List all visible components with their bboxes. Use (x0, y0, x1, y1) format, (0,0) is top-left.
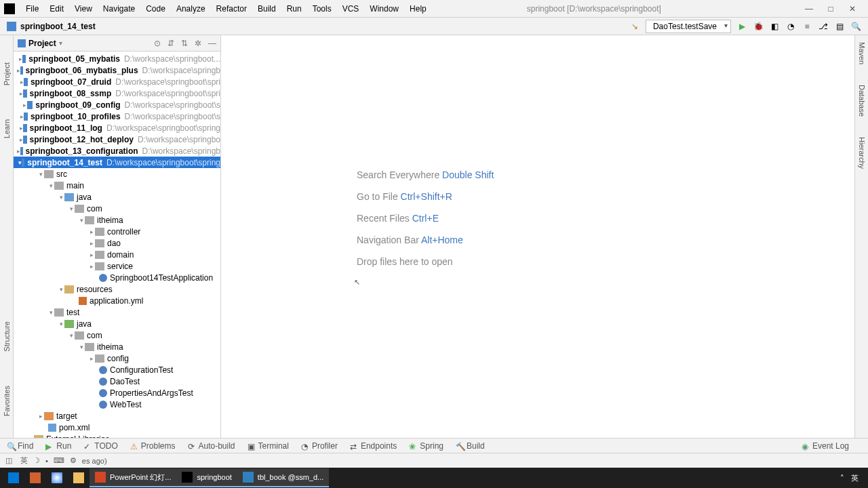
menu-file[interactable]: File (20, 1, 44, 16)
test-folder[interactable]: test (14, 306, 220, 318)
bottom-profiler[interactable]: ◔Profiler (301, 441, 338, 451)
bottom-eventlog[interactable]: ◉Event Log (802, 441, 849, 451)
module-row[interactable]: springboot_13_configurationD:\workspace\… (14, 145, 220, 157)
breadcrumb[interactable]: springboot_14_test (20, 22, 96, 31)
menu-analyze[interactable]: Analyze (171, 1, 211, 16)
dao-folder[interactable]: dao (14, 237, 220, 249)
main-folder[interactable]: main (14, 180, 220, 191)
gutter-maven[interactable]: Maven (858, 42, 866, 64)
test-java-folder[interactable]: java (14, 318, 220, 329)
module-row[interactable]: springboot_12_hot_deployD:\workspace\spr… (14, 134, 220, 145)
service-folder[interactable]: service (14, 260, 220, 272)
module-row[interactable]: springboot_07_druidD:\workspace\springbo… (14, 76, 220, 87)
gear-icon[interactable]: ⚙ (70, 456, 77, 465)
config-folder[interactable]: config (14, 352, 220, 364)
stop-button[interactable]: ■ (802, 21, 812, 32)
profile-button[interactable]: ◔ (785, 21, 796, 32)
bottom-autobuild[interactable]: ⟳Auto-build (188, 441, 235, 451)
test-com-folder[interactable]: com (14, 329, 220, 341)
tray-up-icon[interactable]: ˄ (840, 474, 844, 483)
external-libraries[interactable]: External Libraries (14, 433, 220, 438)
src-folder[interactable]: src (14, 168, 220, 180)
itheima-folder[interactable]: itheima (14, 214, 220, 226)
task-explorer[interactable] (68, 468, 90, 487)
921-folder[interactable]: com (14, 203, 220, 214)
ime-icon[interactable]: 英 (20, 455, 28, 466)
bottom-todo[interactable]: ✓TODO (83, 441, 117, 451)
run-config-selector[interactable]: DaoTest.testSave (646, 20, 731, 33)
menu-help[interactable]: Help (404, 1, 432, 16)
bottom-find[interactable]: 🔍Find (7, 441, 33, 451)
menu-edit[interactable]: Edit (44, 1, 69, 16)
module-row[interactable]: springboot_05_mybatisD:\workspace\spring… (14, 53, 220, 64)
run-button[interactable]: ▶ (736, 21, 747, 32)
git-button[interactable]: ⎇ (818, 21, 829, 32)
gutter-learn[interactable]: Learn (3, 119, 11, 138)
java-folder[interactable]: java (14, 191, 220, 203)
close-button[interactable]: ✕ (848, 4, 857, 14)
task-chrome[interactable] (46, 468, 68, 487)
gutter-database[interactable]: Database (858, 85, 866, 117)
test-class[interactable]: WebTest (14, 399, 220, 410)
structure-button[interactable]: ▤ (834, 21, 845, 32)
project-header[interactable]: Project ▾ ⊙ ⇵ ⇅ ✲ — (14, 35, 220, 52)
yml-file[interactable]: application.yml (14, 295, 220, 306)
gutter-project[interactable]: Project (3, 62, 11, 85)
editor-area[interactable]: Search Everywhere Double Shift Go to Fil… (221, 35, 854, 438)
start-button[interactable] (3, 468, 24, 487)
gutter-favorites[interactable]: Favorites (3, 386, 11, 416)
menu-build[interactable]: Build (252, 1, 281, 16)
menu-navigate[interactable]: Navigate (98, 1, 140, 16)
bottom-terminal[interactable]: ▣Terminal (248, 441, 289, 451)
module-row[interactable]: springboot_11_logD:\workspace\springboot… (14, 122, 220, 134)
module-row[interactable]: springboot_06_mybatis_plusD:\workspace\s… (14, 64, 220, 76)
debug-button[interactable]: 🐞 (753, 21, 764, 32)
menu-view[interactable]: View (69, 1, 98, 16)
bullet-icon[interactable]: • (45, 457, 48, 465)
test-class[interactable]: ConfigurationTest (14, 364, 220, 375)
minimize-button[interactable]: — (804, 4, 814, 14)
menu-run[interactable]: Run (281, 1, 307, 16)
expand-icon[interactable]: ⇵ (167, 39, 174, 48)
coverage-button[interactable]: ◧ (769, 21, 780, 32)
menu-window[interactable]: Window (364, 1, 404, 16)
keyboard-icon[interactable]: ⌨ (54, 456, 64, 465)
moon-icon[interactable]: ☽ (33, 456, 40, 465)
test-class[interactable]: DaoTest (14, 375, 220, 387)
target-folder[interactable]: target (14, 410, 220, 422)
controller-folder[interactable]: controller (14, 226, 220, 237)
task-db[interactable]: tbl_book @ssm_d... (237, 468, 329, 487)
pom-file[interactable]: pom.xml (14, 422, 220, 433)
gutter-hierarchy[interactable]: Hierarchy (858, 137, 866, 169)
build-icon[interactable]: ↘ (629, 21, 640, 32)
module-row[interactable]: springboot_08_ssmpD:\workspace\springboo… (14, 87, 220, 99)
collapse-icon[interactable]: ⇅ (181, 39, 188, 48)
menu-refactor[interactable]: Refactor (211, 1, 252, 16)
test-itheima-folder[interactable]: itheima (14, 341, 220, 352)
module-row[interactable]: springboot_09_configD:\workspace\springb… (14, 99, 220, 110)
module-row[interactable]: springboot_10_profilesD:\workspace\sprin… (14, 110, 220, 122)
ime-indicator[interactable]: 英 (851, 473, 859, 483)
menu-vcs[interactable]: VCS (337, 1, 365, 16)
bottom-problems[interactable]: ⚠Problems (130, 441, 176, 451)
bottom-endpoints[interactable]: ⇄Endpoints (350, 441, 397, 451)
task-generic[interactable] (24, 468, 46, 487)
bottom-spring[interactable]: ❀Spring (409, 441, 443, 451)
bottom-run[interactable]: ▶Run (45, 441, 71, 451)
bottom-build[interactable]: 🔨Build (456, 441, 485, 451)
maximize-button[interactable]: □ (826, 4, 835, 14)
resources-folder[interactable]: resources (14, 283, 220, 295)
menu-tools[interactable]: Tools (307, 1, 337, 16)
task-powerpoint[interactable]: PowerPoint 幻灯... (90, 468, 176, 487)
search-button[interactable]: 🔍 (850, 21, 861, 32)
module-row-selected[interactable]: springboot_14_testD:\workspace\springboo… (14, 157, 220, 168)
settings-icon[interactable]: ✲ (195, 39, 201, 48)
task-intellij[interactable]: springboot (176, 468, 237, 487)
hide-icon[interactable]: — (208, 39, 216, 48)
menu-code[interactable]: Code (140, 1, 171, 16)
project-tree[interactable]: springboot_05_mybatisD:\workspace\spring… (14, 52, 220, 438)
locate-icon[interactable]: ⊙ (154, 39, 161, 48)
status-icon[interactable]: ◫ (5, 456, 15, 466)
test-class[interactable]: PropertiesAndArgsTest (14, 387, 220, 399)
domain-folder[interactable]: domain (14, 249, 220, 260)
